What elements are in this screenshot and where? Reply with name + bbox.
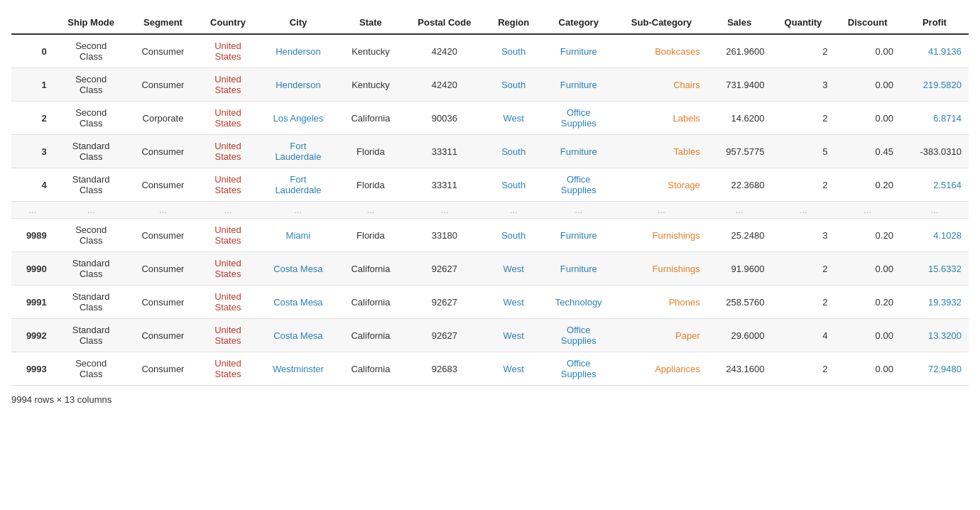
- cell-index: 9991: [11, 286, 54, 319]
- cell-city: FortLauderdale: [258, 135, 338, 168]
- cell-sub-category: Furnishings: [616, 252, 707, 286]
- ellipsis-cell: ...: [129, 202, 198, 219]
- cell-profit: -383.0310: [900, 135, 969, 168]
- cell-sub-category: Appliances: [616, 352, 707, 386]
- col-header-state: State: [338, 11, 403, 34]
- ellipsis-cell: ...: [707, 202, 772, 219]
- cell-category: OfficeSupplies: [541, 352, 616, 386]
- cell-segment: Consumer: [129, 34, 198, 68]
- ellipsis-cell: ...: [197, 202, 258, 219]
- cell-profit: 4.1028: [900, 219, 969, 252]
- cell-quantity: 4: [772, 319, 835, 352]
- cell-state: Florida: [338, 135, 403, 168]
- cell-category: Furniture: [541, 34, 616, 68]
- ellipsis-cell: ...: [11, 202, 54, 219]
- cell-postal-code: 42420: [403, 34, 486, 68]
- cell-discount: 0.00: [834, 34, 900, 68]
- cell-postal-code: 33311: [403, 168, 486, 202]
- cell-country: UnitedStates: [197, 68, 258, 102]
- col-header-country: Country: [197, 11, 258, 34]
- cell-profit: 15.6332: [900, 252, 969, 286]
- table-row: 4StandardClassConsumerUnitedStatesFortLa…: [11, 168, 969, 202]
- cell-postal-code: 90036: [403, 102, 486, 135]
- cell-country: UnitedStates: [197, 286, 258, 319]
- cell-quantity: 3: [772, 68, 835, 102]
- cell-profit: 6.8714: [900, 102, 969, 135]
- cell-region: West: [486, 102, 541, 135]
- col-header-quantity: Quantity: [772, 11, 835, 34]
- cell-ship-mode: SecondClass: [54, 34, 129, 68]
- cell-index: 9993: [11, 352, 54, 386]
- table-row: 2SecondClassCorporateUnitedStatesLos Ang…: [11, 102, 969, 135]
- cell-sales: 91.9600: [707, 252, 772, 286]
- cell-discount: 0.00: [834, 352, 900, 386]
- cell-segment: Consumer: [129, 252, 198, 286]
- cell-state: California: [338, 252, 403, 286]
- cell-sales: 29.6000: [707, 319, 772, 352]
- cell-region: South: [486, 135, 541, 168]
- cell-state: Kentucky: [338, 34, 403, 68]
- cell-index: 3: [11, 135, 54, 168]
- cell-country: UnitedStates: [197, 34, 258, 68]
- ellipsis-cell: ...: [900, 202, 969, 219]
- cell-category: Furniture: [541, 219, 616, 252]
- cell-region: West: [486, 319, 541, 352]
- table-row: 3StandardClassConsumerUnitedStatesFortLa…: [11, 135, 969, 168]
- cell-sales: 731.9400: [707, 68, 772, 102]
- data-table: Ship Mode Segment Country City State Pos…: [11, 11, 969, 386]
- cell-discount: 0.45: [834, 135, 900, 168]
- cell-profit: 72.9480: [900, 352, 969, 386]
- col-header-region: Region: [486, 11, 541, 34]
- cell-sales: 14.6200: [707, 102, 772, 135]
- cell-segment: Consumer: [129, 168, 198, 202]
- cell-state: California: [338, 319, 403, 352]
- cell-quantity: 2: [772, 102, 835, 135]
- col-header-city: City: [258, 11, 338, 34]
- cell-city: Westminster: [258, 352, 338, 386]
- cell-category: Furniture: [541, 135, 616, 168]
- cell-sales: 243.1600: [707, 352, 772, 386]
- cell-city: Henderson: [258, 68, 338, 102]
- cell-profit: 219.5820: [900, 68, 969, 102]
- ellipsis-cell: ...: [486, 202, 541, 219]
- table-row: 9991StandardClassConsumerUnitedStatesCos…: [11, 286, 969, 319]
- col-header-index: [11, 11, 54, 34]
- ellipsis-cell: ...: [834, 202, 900, 219]
- cell-country: UnitedStates: [197, 319, 258, 352]
- col-header-category: Category: [541, 11, 616, 34]
- cell-sales: 261.9600: [707, 34, 772, 68]
- cell-segment: Consumer: [129, 135, 198, 168]
- cell-segment: Consumer: [129, 219, 198, 252]
- cell-state: Kentucky: [338, 68, 403, 102]
- cell-region: South: [486, 68, 541, 102]
- cell-category: OfficeSupplies: [541, 102, 616, 135]
- cell-city: Miami: [258, 219, 338, 252]
- cell-country: UnitedStates: [197, 252, 258, 286]
- cell-segment: Consumer: [129, 319, 198, 352]
- ellipsis-cell: ...: [258, 202, 338, 219]
- cell-region: West: [486, 286, 541, 319]
- cell-segment: Consumer: [129, 352, 198, 386]
- cell-city: Costa Mesa: [258, 286, 338, 319]
- cell-index: 0: [11, 34, 54, 68]
- cell-profit: 2.5164: [900, 168, 969, 202]
- table-header-row: Ship Mode Segment Country City State Pos…: [11, 11, 969, 34]
- cell-index: 4: [11, 168, 54, 202]
- cell-quantity: 2: [772, 286, 835, 319]
- ellipsis-cell: ...: [541, 202, 616, 219]
- cell-postal-code: 42420: [403, 68, 486, 102]
- cell-sub-category: Tables: [616, 135, 707, 168]
- cell-profit: 41.9136: [900, 34, 969, 68]
- col-header-sales: Sales: [707, 11, 772, 34]
- cell-discount: 0.00: [834, 102, 900, 135]
- cell-sub-category: Paper: [616, 319, 707, 352]
- cell-category: Technology: [541, 286, 616, 319]
- ellipsis-cell: ...: [772, 202, 835, 219]
- cell-category: Furniture: [541, 252, 616, 286]
- cell-discount: 0.00: [834, 68, 900, 102]
- cell-ship-mode: SecondClass: [54, 102, 129, 135]
- cell-city: Los Angeles: [258, 102, 338, 135]
- cell-city: Costa Mesa: [258, 252, 338, 286]
- cell-quantity: 2: [772, 352, 835, 386]
- ellipsis-cell: ...: [403, 202, 486, 219]
